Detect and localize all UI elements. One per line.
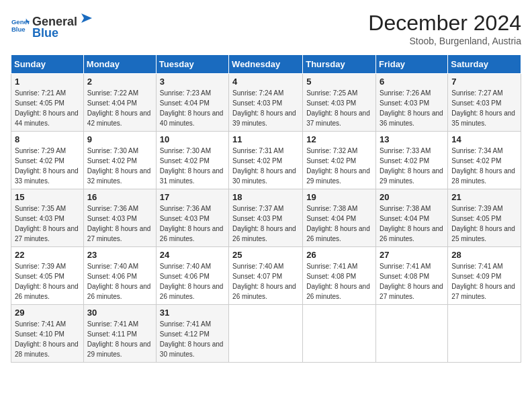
day-detail: Sunrise: 7:39 AMSunset: 4:05 PMDaylight:… bbox=[451, 205, 515, 242]
day-number: 15 bbox=[15, 192, 80, 202]
day-detail: Sunrise: 7:40 AMSunset: 4:06 PMDaylight:… bbox=[87, 263, 151, 300]
calendar-cell: 29Sunrise: 7:41 AMSunset: 4:10 PMDayligh… bbox=[11, 305, 84, 363]
day-detail: Sunrise: 7:39 AMSunset: 4:05 PMDaylight:… bbox=[15, 263, 79, 300]
day-number: 17 bbox=[160, 192, 225, 202]
day-detail: Sunrise: 7:27 AMSunset: 4:03 PMDaylight:… bbox=[451, 89, 515, 127]
day-detail: Sunrise: 7:36 AMSunset: 4:03 PMDaylight:… bbox=[87, 205, 151, 242]
day-detail: Sunrise: 7:41 AMSunset: 4:08 PMDaylight:… bbox=[380, 263, 443, 300]
calendar-cell: 20Sunrise: 7:38 AMSunset: 4:04 PMDayligh… bbox=[376, 189, 448, 247]
logo-icon: General Blue bbox=[11, 16, 30, 35]
calendar-cell: 30Sunrise: 7:41 AMSunset: 4:11 PMDayligh… bbox=[83, 305, 156, 363]
day-number: 16 bbox=[87, 192, 152, 202]
calendar-cell: 7Sunrise: 7:27 AMSunset: 4:03 PMDaylight… bbox=[448, 74, 521, 132]
day-number: 27 bbox=[380, 250, 444, 260]
day-number: 21 bbox=[451, 192, 517, 202]
calendar-cell bbox=[448, 305, 521, 363]
calendar-cell: 17Sunrise: 7:36 AMSunset: 4:03 PMDayligh… bbox=[156, 189, 228, 247]
day-number: 2 bbox=[87, 77, 152, 87]
day-detail: Sunrise: 7:34 AMSunset: 4:02 PMDaylight:… bbox=[451, 147, 515, 185]
day-number: 11 bbox=[232, 134, 299, 144]
calendar-cell: 31Sunrise: 7:41 AMSunset: 4:12 PMDayligh… bbox=[156, 305, 228, 363]
day-detail: Sunrise: 7:29 AMSunset: 4:02 PMDaylight:… bbox=[15, 147, 79, 185]
day-detail: Sunrise: 7:40 AMSunset: 4:06 PMDaylight:… bbox=[160, 263, 224, 300]
calendar-cell: 1Sunrise: 7:21 AMSunset: 4:05 PMDaylight… bbox=[11, 74, 84, 132]
day-number: 22 bbox=[15, 250, 80, 260]
day-number: 19 bbox=[306, 192, 372, 202]
day-number: 29 bbox=[15, 308, 80, 318]
calendar-cell bbox=[376, 305, 448, 363]
day-number: 7 bbox=[451, 77, 517, 87]
location-subtitle: Stoob, Burgenland, Austria bbox=[368, 36, 521, 46]
calendar-cell: 12Sunrise: 7:32 AMSunset: 4:02 PMDayligh… bbox=[303, 132, 376, 189]
col-header-tuesday: Tuesday bbox=[156, 55, 228, 74]
calendar-cell: 14Sunrise: 7:34 AMSunset: 4:02 PMDayligh… bbox=[448, 132, 521, 189]
calendar-week-2: 8Sunrise: 7:29 AMSunset: 4:02 PMDaylight… bbox=[11, 132, 521, 189]
day-detail: Sunrise: 7:36 AMSunset: 4:03 PMDaylight:… bbox=[160, 205, 224, 242]
col-header-monday: Monday bbox=[83, 55, 156, 74]
day-detail: Sunrise: 7:30 AMSunset: 4:02 PMDaylight:… bbox=[160, 147, 224, 185]
calendar-cell: 4Sunrise: 7:24 AMSunset: 4:03 PMDaylight… bbox=[229, 74, 303, 132]
col-header-wednesday: Wednesday bbox=[229, 55, 303, 74]
calendar-cell: 3Sunrise: 7:23 AMSunset: 4:04 PMDaylight… bbox=[156, 74, 228, 132]
svg-marker-4 bbox=[81, 13, 92, 23]
calendar-cell: 6Sunrise: 7:26 AMSunset: 4:03 PMDaylight… bbox=[376, 74, 448, 132]
calendar-cell: 24Sunrise: 7:40 AMSunset: 4:06 PMDayligh… bbox=[156, 247, 228, 305]
day-detail: Sunrise: 7:26 AMSunset: 4:03 PMDaylight:… bbox=[380, 89, 443, 127]
day-number: 31 bbox=[160, 308, 225, 318]
calendar-week-1: 1Sunrise: 7:21 AMSunset: 4:05 PMDaylight… bbox=[11, 74, 521, 132]
day-detail: Sunrise: 7:32 AMSunset: 4:02 PMDaylight:… bbox=[306, 147, 370, 185]
calendar-week-5: 29Sunrise: 7:41 AMSunset: 4:10 PMDayligh… bbox=[11, 305, 521, 363]
day-number: 12 bbox=[306, 134, 372, 144]
calendar-cell: 16Sunrise: 7:36 AMSunset: 4:03 PMDayligh… bbox=[83, 189, 156, 247]
day-number: 9 bbox=[87, 134, 152, 144]
calendar-cell: 15Sunrise: 7:35 AMSunset: 4:03 PMDayligh… bbox=[11, 189, 84, 247]
day-number: 10 bbox=[160, 134, 225, 144]
day-detail: Sunrise: 7:33 AMSunset: 4:02 PMDaylight:… bbox=[380, 147, 443, 185]
title-block: December 2024 Stoob, Burgenland, Austria bbox=[368, 11, 521, 46]
calendar-cell: 22Sunrise: 7:39 AMSunset: 4:05 PMDayligh… bbox=[11, 247, 84, 305]
day-detail: Sunrise: 7:30 AMSunset: 4:02 PMDaylight:… bbox=[87, 147, 151, 185]
calendar-cell: 13Sunrise: 7:33 AMSunset: 4:02 PMDayligh… bbox=[376, 132, 448, 189]
calendar-cell: 8Sunrise: 7:29 AMSunset: 4:02 PMDaylight… bbox=[11, 132, 84, 189]
calendar-cell: 28Sunrise: 7:41 AMSunset: 4:09 PMDayligh… bbox=[448, 247, 521, 305]
calendar-cell: 18Sunrise: 7:37 AMSunset: 4:03 PMDayligh… bbox=[229, 189, 303, 247]
day-detail: Sunrise: 7:21 AMSunset: 4:05 PMDaylight:… bbox=[15, 89, 79, 127]
calendar-table: SundayMondayTuesdayWednesdayThursdayFrid… bbox=[11, 54, 521, 363]
day-detail: Sunrise: 7:37 AMSunset: 4:03 PMDaylight:… bbox=[232, 205, 296, 242]
calendar-cell: 25Sunrise: 7:40 AMSunset: 4:07 PMDayligh… bbox=[229, 247, 303, 305]
day-detail: Sunrise: 7:38 AMSunset: 4:04 PMDaylight:… bbox=[380, 205, 443, 242]
day-number: 26 bbox=[306, 250, 372, 260]
day-number: 6 bbox=[380, 77, 444, 87]
day-number: 8 bbox=[15, 134, 80, 144]
col-header-saturday: Saturday bbox=[448, 55, 521, 74]
col-header-sunday: Sunday bbox=[11, 55, 84, 74]
calendar-week-3: 15Sunrise: 7:35 AMSunset: 4:03 PMDayligh… bbox=[11, 189, 521, 247]
day-number: 18 bbox=[232, 192, 299, 202]
day-number: 28 bbox=[451, 250, 517, 260]
day-detail: Sunrise: 7:40 AMSunset: 4:07 PMDaylight:… bbox=[232, 263, 296, 300]
day-detail: Sunrise: 7:23 AMSunset: 4:04 PMDaylight:… bbox=[160, 89, 224, 127]
calendar-cell: 9Sunrise: 7:30 AMSunset: 4:02 PMDaylight… bbox=[83, 132, 156, 189]
logo: General Blue General Blue bbox=[11, 11, 93, 40]
day-number: 24 bbox=[160, 250, 225, 260]
calendar-cell: 21Sunrise: 7:39 AMSunset: 4:05 PMDayligh… bbox=[448, 189, 521, 247]
day-detail: Sunrise: 7:31 AMSunset: 4:02 PMDaylight:… bbox=[232, 147, 296, 185]
calendar-cell: 10Sunrise: 7:30 AMSunset: 4:02 PMDayligh… bbox=[156, 132, 228, 189]
calendar-cell: 27Sunrise: 7:41 AMSunset: 4:08 PMDayligh… bbox=[376, 247, 448, 305]
day-number: 5 bbox=[306, 77, 372, 87]
day-number: 30 bbox=[87, 308, 152, 318]
day-detail: Sunrise: 7:41 AMSunset: 4:10 PMDaylight:… bbox=[15, 320, 79, 358]
day-detail: Sunrise: 7:41 AMSunset: 4:11 PMDaylight:… bbox=[87, 320, 151, 358]
day-number: 3 bbox=[160, 77, 225, 87]
day-detail: Sunrise: 7:35 AMSunset: 4:03 PMDaylight:… bbox=[15, 205, 79, 242]
logo-arrow-icon bbox=[79, 11, 93, 26]
col-header-thursday: Thursday bbox=[303, 55, 376, 74]
day-detail: Sunrise: 7:41 AMSunset: 4:12 PMDaylight:… bbox=[160, 320, 224, 358]
svg-text:Blue: Blue bbox=[11, 26, 26, 33]
calendar-cell bbox=[303, 305, 376, 363]
calendar-cell: 2Sunrise: 7:22 AMSunset: 4:04 PMDaylight… bbox=[83, 74, 156, 132]
calendar-cell: 23Sunrise: 7:40 AMSunset: 4:06 PMDayligh… bbox=[83, 247, 156, 305]
calendar-cell: 11Sunrise: 7:31 AMSunset: 4:02 PMDayligh… bbox=[229, 132, 303, 189]
day-number: 23 bbox=[87, 250, 152, 260]
day-detail: Sunrise: 7:24 AMSunset: 4:03 PMDaylight:… bbox=[232, 89, 296, 127]
